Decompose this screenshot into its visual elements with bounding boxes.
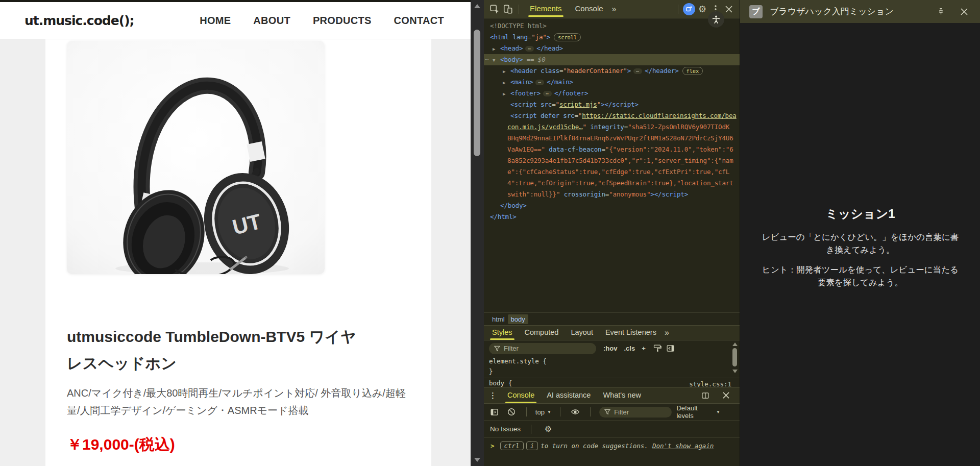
tab-console[interactable]: Console [569, 0, 610, 18]
tab-ai-assistance[interactable]: AI assistance [541, 387, 597, 404]
disclosure-collapsed-icon[interactable]: ▶ [503, 66, 505, 77]
scroll-up-arrow-icon[interactable] [732, 342, 738, 346]
clear-console-icon[interactable] [505, 405, 517, 419]
ai-device-mode-icon[interactable] [682, 3, 696, 16]
issues-count[interactable]: No Issues [490, 425, 521, 433]
console-drawer: ⋮ ConsoleAI assistanceWhat's new [484, 387, 740, 466]
elements-tree-row[interactable]: <script src="script.mjs"></script> [484, 99, 740, 110]
elements-tree-row[interactable]: </body> [484, 200, 740, 211]
elements-tree-row[interactable]: BHq9Md29nnaEIPlkf84rnaERnq6zvWvPUqr2ft8M… [484, 133, 740, 144]
elements-tree-row[interactable]: swith":null}}" crossorigin="anonymous"><… [484, 189, 740, 200]
context-selector[interactable]: top▼ [535, 408, 551, 416]
elements-tree-row[interactable]: </html> [484, 211, 740, 223]
elements-tree-row[interactable]: e":{"cfCacheStatus":true,"cfEdge":true,"… [484, 166, 740, 178]
ellipsis-button[interactable]: ⋯ [543, 91, 552, 96]
elements-tree-row[interactable]: <script defer src="https://static.cloudf… [484, 110, 740, 121]
more-tabs-icon[interactable]: » [612, 5, 617, 14]
tab-console[interactable]: Console [501, 387, 541, 404]
settings-gear-icon[interactable]: ⚙ [696, 3, 709, 16]
style-toggle-hov[interactable]: :hov [603, 345, 617, 352]
console-settings-gear-icon[interactable]: ⚙ [542, 423, 555, 436]
site-nav: HOMEABOUTPRODUCTSCONTACT [200, 15, 444, 27]
stylesheet-link[interactable]: style.css:1 [689, 379, 731, 387]
split-panel-icon[interactable] [699, 389, 712, 402]
toolbar-divider [560, 407, 560, 416]
tab-computed[interactable]: Computed [519, 325, 565, 340]
site-logo[interactable]: ut.music.code(); [24, 13, 134, 28]
scroll-down-arrow-icon[interactable] [474, 458, 480, 462]
pin-icon[interactable] [934, 5, 947, 18]
issues-row: No Issues ⚙ [484, 421, 740, 437]
accessibility-person-icon[interactable] [708, 11, 724, 28]
tab-styles[interactable]: Styles [486, 325, 519, 340]
devtools-toolbar: ElementsConsole » ⚙ [484, 0, 740, 18]
styles-filter-row: Filter :hov.cls+ [484, 340, 740, 356]
style-toggles: :hov.cls+ [603, 345, 646, 352]
nav-item-home[interactable]: HOME [200, 15, 231, 27]
body-style-rule[interactable]: body { style.css:1 [484, 378, 740, 387]
toolbar-divider [526, 407, 527, 416]
console-tab-bar: ConsoleAI assistanceWhat's new [501, 387, 647, 404]
style-toggle-[interactable]: + [642, 345, 646, 352]
tab-event-listeners[interactable]: Event Listeners [599, 325, 663, 340]
hint-text: to turn on code suggestions. [541, 442, 648, 450]
elements-tree-row[interactable]: con.min.js/vcd15cbe…" integrity="sha512-… [484, 121, 740, 133]
elements-tree-row[interactable]: ▶<footer>⋯</footer> [484, 88, 740, 99]
nav-item-about[interactable]: ABOUT [253, 15, 290, 27]
product-title-line: レスヘッドホン [67, 350, 419, 377]
devtools-tab-bar: ElementsConsole [523, 0, 610, 18]
breadcrumb-body[interactable]: body [508, 314, 528, 324]
console-prompt-row[interactable]: > ctrli to turn on code suggestions. Don… [484, 437, 740, 454]
elements-tree-row[interactable]: 8a852c9293a4e1fb17c5d41b733cdc0","r":1,"… [484, 155, 740, 166]
inspect-element-icon[interactable] [488, 3, 501, 16]
disclosure-collapsed-icon[interactable]: ▶ [503, 88, 505, 100]
chevron-down-icon: ▼ [547, 410, 551, 414]
row-options-icon[interactable]: ⋯ [485, 54, 488, 65]
breadcrumb-html[interactable]: html [489, 314, 508, 324]
elements-tree-row[interactable]: <html lang="ja">scroll [484, 32, 740, 43]
ellipsis-button[interactable]: ⋯ [525, 46, 534, 52]
drawer-close-icon[interactable] [719, 389, 732, 402]
devtools-panel: ElementsConsole » ⚙ <!DOCTYPE html><html… [484, 0, 740, 466]
ellipsis-button[interactable]: ⋯ [535, 80, 544, 85]
styles-filter-input[interactable]: Filter [489, 343, 596, 354]
elements-tree-row[interactable]: ▶<main>⋯</main> [484, 77, 740, 88]
disclosure-collapsed-icon[interactable]: ▶ [493, 43, 495, 55]
tab-layout[interactable]: Layout [565, 325, 599, 340]
elements-tree-row[interactable]: ⋯▼<body> == $0 [484, 54, 740, 65]
tab-elements[interactable]: Elements [523, 0, 569, 18]
disclosure-expanded-icon[interactable]: ▼ [493, 55, 495, 66]
inline-style-rule[interactable]: element.style { [484, 356, 740, 366]
console-sidebar-icon[interactable] [488, 405, 500, 419]
product-image[interactable]: UT [67, 41, 325, 274]
ellipsis-button[interactable]: ⋯ [633, 68, 642, 74]
funnel-icon [494, 346, 500, 352]
sidebar-toggle-icon[interactable] [664, 342, 677, 355]
badge-scroll[interactable]: scroll [554, 33, 581, 41]
style-toggle-cls[interactable]: .cls [624, 345, 635, 352]
elements-tree-row[interactable]: 4":true,"cfOrigin":true,"cfSpeedBrain":t… [484, 178, 740, 189]
disclosure-collapsed-icon[interactable]: ▶ [503, 77, 505, 88]
console-filter-input[interactable]: Filter [599, 407, 672, 418]
tab-what-s-new[interactable]: What's new [597, 387, 647, 404]
elements-tree-row[interactable]: ▶<head>⋯</head> [484, 43, 740, 54]
devtools-close-icon[interactable] [722, 3, 736, 16]
extension-close-icon[interactable] [958, 5, 971, 18]
rendering-paint-icon[interactable] [651, 342, 664, 355]
scrollbar-thumb[interactable] [474, 30, 480, 156]
more-sidebar-tabs-icon[interactable]: » [665, 328, 669, 337]
device-toolbar-icon[interactable] [501, 3, 514, 16]
log-levels-selector[interactable]: Default levels▼ [676, 404, 720, 420]
nav-item-contact[interactable]: CONTACT [394, 15, 444, 27]
elements-tree-row[interactable]: VaAw1EQ==" data-cf-beacon="{"version":"2… [484, 144, 740, 155]
eye-icon[interactable] [569, 405, 581, 419]
elements-tree-row[interactable]: ▶<header class="headerContainer">⋯</head… [484, 65, 740, 77]
dont-show-again-link[interactable]: Don't show again [652, 442, 714, 450]
scroll-up-arrow-icon[interactable] [474, 4, 480, 8]
nav-item-products[interactable]: PRODUCTS [313, 15, 372, 27]
badge-flex[interactable]: flex [682, 67, 703, 75]
dom-breadcrumb: html body [484, 312, 740, 325]
page-scrollbar[interactable] [471, 0, 484, 466]
elements-tree-row[interactable]: <!DOCTYPE html> [484, 20, 740, 32]
drawer-menu-icon[interactable]: ⋮ [489, 391, 496, 400]
